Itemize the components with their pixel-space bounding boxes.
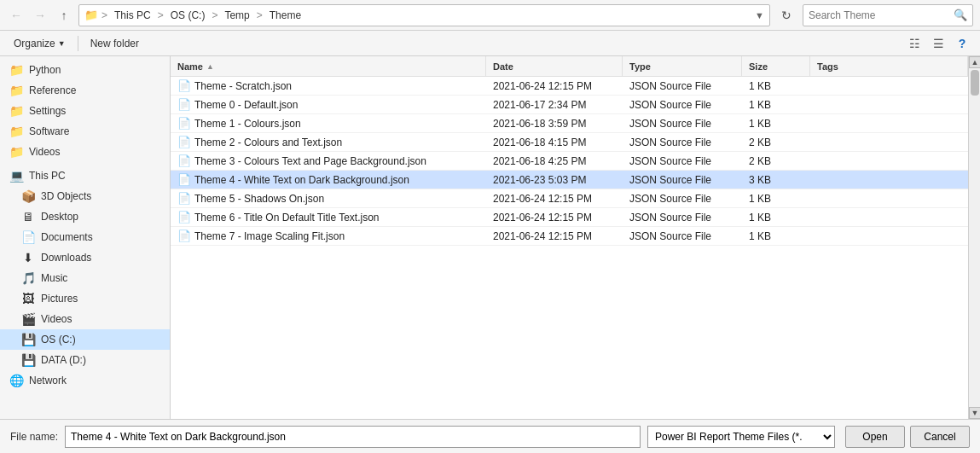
sidebar-item-label: Videos [29, 146, 60, 158]
sidebar-item-python[interactable]: 📁 Python [0, 60, 170, 80]
help-button[interactable]: ? [951, 32, 973, 55]
sidebar-item-datad[interactable]: 💾 DATA (D:) [0, 350, 170, 370]
file-date: 2021-06-24 12:15 PM [486, 80, 623, 92]
table-row[interactable]: 📄 Theme 2 - Colours and Text.json 2021-0… [171, 133, 968, 152]
action-buttons: Open Cancel [845, 426, 970, 448]
sidebar-item-label: 3D Objects [41, 190, 91, 202]
network-icon: 🌐 [9, 374, 24, 387]
sidebar-item-videos2[interactable]: 🎬 Videos [0, 309, 170, 329]
table-row[interactable]: 📄 Theme 1 - Colours.json 2021-06-18 3:59… [171, 114, 968, 133]
objects-icon: 📦 [20, 189, 36, 203]
refresh-button[interactable]: ↻ [775, 4, 797, 26]
table-row[interactable]: 📄 Theme 0 - Default.json 2021-06-17 2:34… [171, 96, 968, 114]
pictures-icon: 🖼 [20, 292, 36, 305]
scroll-down-arrow[interactable]: ▼ [969, 407, 980, 419]
file-size: 3 KB [742, 174, 810, 186]
file-type: JSON Source File [623, 230, 742, 242]
breadcrumb-osc[interactable]: OS (C:) [167, 8, 209, 23]
file-date: 2021-06-24 12:15 PM [486, 193, 623, 205]
file-icon: 📄 [177, 229, 191, 242]
cancel-button[interactable]: Cancel [910, 426, 970, 448]
action-toolbar: Organize ▼ New folder ☷ ☰ ? [0, 31, 980, 56]
file-name: 📄 Theme - Scratch.json [171, 79, 486, 92]
navigation-toolbar: ← → ↑ 📁 > This PC > OS (C:) > Temp > The… [0, 0, 980, 31]
file-icon: 📄 [177, 136, 191, 148]
file-size: 2 KB [742, 136, 810, 148]
file-icon: 📄 [177, 173, 191, 186]
filename-input[interactable] [65, 426, 641, 448]
file-icon: 📄 [177, 98, 191, 111]
file-name: 📄 Theme 5 - Shadows On.json [171, 192, 486, 205]
column-tags[interactable]: Tags [810, 56, 968, 77]
sidebar-item-label: OS (C:) [41, 334, 76, 346]
file-size: 1 KB [742, 118, 810, 130]
videos-icon: 🎬 [20, 312, 36, 326]
file-size: 1 KB [742, 193, 810, 205]
breadcrumb-temp[interactable]: Temp [221, 8, 252, 23]
table-row[interactable]: 📄 Theme 7 - Image Scaling Fit.json 2021-… [171, 227, 968, 246]
table-row[interactable]: 📄 Theme 5 - Shadows On.json 2021-06-24 1… [171, 189, 968, 208]
sidebar-item-desktop[interactable]: 🖥 Desktop [0, 206, 170, 227]
breadcrumb-thispc[interactable]: This PC [111, 8, 154, 23]
filename-label: File name: [10, 431, 58, 443]
sidebar-item-pictures[interactable]: 🖼 Pictures [0, 288, 170, 309]
sidebar-item-label: Downloads [41, 252, 91, 264]
open-button[interactable]: Open [845, 426, 905, 448]
scroll-track[interactable] [969, 68, 980, 407]
toolbar-separator [78, 36, 78, 51]
file-icon: 📄 [177, 211, 191, 224]
column-type[interactable]: Type [623, 56, 742, 77]
column-date[interactable]: Date [486, 56, 623, 77]
file-type: JSON Source File [623, 80, 742, 92]
forward-button[interactable]: → [31, 6, 49, 25]
drive-icon: 💾 [20, 333, 36, 346]
up-button[interactable]: ↑ [55, 6, 73, 25]
column-name[interactable]: Name ▲ [171, 56, 486, 77]
file-date: 2021-06-23 5:03 PM [486, 174, 623, 186]
sidebar-item-downloads[interactable]: ⬇ Downloads [0, 247, 170, 268]
search-input[interactable] [809, 9, 954, 21]
table-row[interactable]: 📄 Theme 4 - White Text on Dark Backgroun… [171, 171, 968, 189]
scroll-up-arrow[interactable]: ▲ [969, 56, 980, 68]
address-dropdown-button[interactable]: ▼ [755, 10, 764, 20]
filetype-select[interactable]: Power BI Report Theme Files (*. All File… [647, 426, 835, 448]
sidebar-item-label: This PC [29, 170, 66, 182]
organize-button[interactable]: Organize ▼ [7, 35, 72, 52]
new-folder-button[interactable]: New folder [84, 35, 146, 52]
sidebar-item-software[interactable]: 📁 Software [0, 121, 170, 142]
file-name: 📄 Theme 4 - White Text on Dark Backgroun… [171, 173, 486, 186]
sidebar-item-label: Reference [29, 84, 76, 96]
sidebar-item-documents[interactable]: 📄 Documents [0, 227, 170, 247]
file-icon: 📄 [177, 79, 191, 92]
sidebar-item-osc[interactable]: 💾 OS (C:) [0, 329, 170, 350]
file-type: JSON Source File [623, 118, 742, 130]
file-area: Name ▲ Date Type Size Tags 📄 Theme - Scr… [171, 56, 968, 419]
sidebar-item-videos[interactable]: 📁 Videos [0, 142, 170, 162]
file-type: JSON Source File [623, 212, 742, 224]
sidebar-item-label: Videos [41, 313, 72, 325]
sidebar-item-label: Pictures [41, 293, 78, 305]
address-bar[interactable]: 📁 > This PC > OS (C:) > Temp > Theme ▼ [78, 4, 770, 26]
sidebar-item-3dobjects[interactable]: 📦 3D Objects [0, 186, 170, 206]
table-row[interactable]: 📄 Theme 6 - Title On Default Title Text.… [171, 208, 968, 227]
sidebar-item-reference[interactable]: 📁 Reference [0, 80, 170, 101]
sidebar-item-network[interactable]: 🌐 Network [0, 370, 170, 391]
column-size[interactable]: Size [742, 56, 810, 77]
sidebar-item-thispc[interactable]: 💻 This PC [0, 166, 170, 186]
view-toggle-button[interactable]: ☰ [927, 32, 949, 55]
view-options-button[interactable]: ☷ [903, 32, 925, 55]
sidebar-item-label: DATA (D:) [41, 354, 86, 366]
file-icon: 📄 [177, 117, 191, 130]
view-icons-group: ☷ ☰ ? [903, 32, 973, 55]
scroll-thumb[interactable] [971, 70, 979, 96]
file-size: 1 KB [742, 99, 810, 111]
sidebar-item-music[interactable]: 🎵 Music [0, 268, 170, 288]
table-row[interactable]: 📄 Theme - Scratch.json 2021-06-24 12:15 … [171, 77, 968, 96]
desktop-icon: 🖥 [20, 210, 36, 224]
sidebar-item-settings[interactable]: 📁 Settings [0, 101, 170, 121]
file-type: JSON Source File [623, 136, 742, 148]
back-button[interactable]: ← [7, 6, 26, 25]
table-row[interactable]: 📄 Theme 3 - Colours Text and Page Backgr… [171, 152, 968, 171]
vertical-scrollbar[interactable]: ▲ ▼ [968, 56, 980, 419]
breadcrumb-theme[interactable]: Theme [266, 8, 304, 23]
